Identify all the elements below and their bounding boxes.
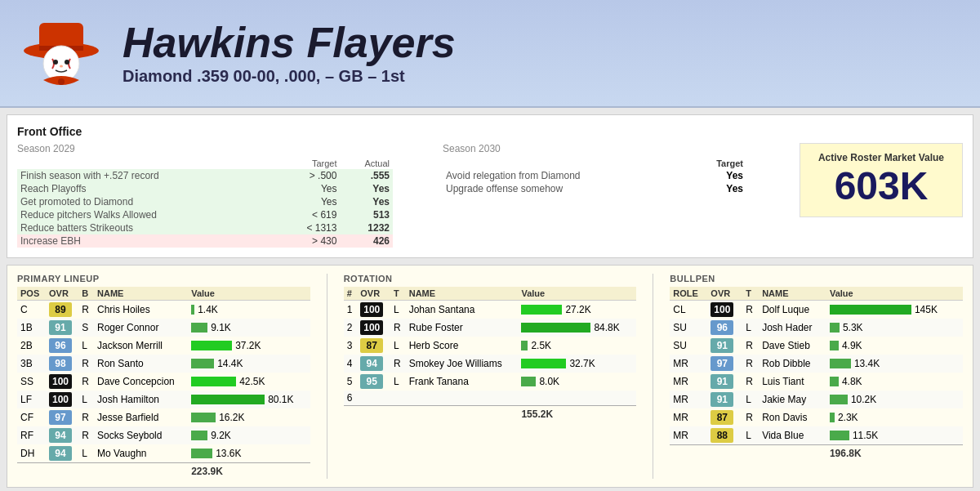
lineup-player-row: 2B 96 L Jackson Merrill 37.2K: [17, 337, 310, 355]
reliever-ovr: 100: [707, 301, 742, 319]
pitcher-ovr: [357, 391, 390, 406]
player-ovr: 100: [46, 373, 78, 391]
bullpen-reliever-row: CL 100 R Dolf Luque 145K: [670, 301, 963, 319]
svg-point-6: [65, 60, 69, 65]
goals-2030-table: Target Avoid relegation from Diamond Yes…: [443, 158, 750, 195]
lineup-player-row: RF 94 R Socks Seybold 9.2K: [17, 426, 310, 444]
col-b: B: [78, 287, 94, 301]
player-pos: CF: [17, 408, 46, 426]
pitcher-name: Frank Tanana: [406, 373, 519, 391]
col-num: #: [344, 287, 358, 301]
reliever-value: 4.9K: [826, 337, 963, 355]
pitcher-value: [518, 391, 636, 406]
player-value: 1.4K: [188, 301, 310, 319]
fo-2029: Season 2029 Target Actual Finish season …: [17, 143, 393, 248]
reliever-role: MR: [670, 408, 707, 426]
reliever-ovr: 91: [707, 337, 742, 355]
reliever-ovr: 88: [707, 426, 742, 445]
player-b: L: [78, 391, 94, 408]
reliever-role: SU: [670, 319, 707, 337]
bullpen-reliever-row: SU 96 L Josh Hader 5.3K: [670, 319, 963, 337]
player-pos: SS: [17, 373, 46, 391]
player-value: 42.5K: [188, 373, 310, 391]
player-pos: DH: [17, 444, 46, 463]
player-pos: LF: [17, 391, 46, 408]
player-b: R: [78, 373, 94, 391]
reliever-t: R: [742, 301, 759, 319]
rotation-total-label: [344, 406, 519, 422]
lineup-total-row: 223.9K: [17, 463, 310, 480]
player-name: Mo Vaughn: [94, 444, 188, 463]
player-b: S: [78, 319, 94, 337]
col-name: NAME: [94, 287, 188, 301]
lineup-table: POS OVR B NAME Value C 89 R Chris Hoiles…: [17, 287, 310, 479]
goal-row: Reduce pitchers Walks Allowed < 619 513: [17, 208, 393, 221]
pitcher-num: 1: [344, 301, 358, 319]
lineup-header-row: POS OVR B NAME Value: [17, 287, 310, 301]
value-bar: [191, 359, 214, 368]
reliever-t: R: [742, 337, 759, 355]
value-bar: [830, 359, 851, 368]
reliever-ovr: 96: [707, 319, 742, 337]
reliever-name: Rob Dibble: [759, 355, 826, 373]
fo-title: Front Office: [17, 125, 963, 138]
player-name: Josh Hamilton: [94, 391, 188, 408]
col-ovr: OVR: [46, 287, 78, 301]
col-ovr: OVR: [707, 287, 742, 301]
value-bar: [191, 413, 216, 422]
svg-point-5: [53, 60, 58, 65]
value-bar: [521, 323, 590, 333]
pitcher-t: L: [390, 337, 406, 355]
reliever-t: L: [742, 426, 759, 445]
col-t: T: [742, 287, 759, 301]
player-ovr: 94: [46, 444, 78, 463]
value-bar: [521, 341, 528, 350]
player-name: Jesse Barfield: [94, 408, 188, 426]
pitcher-ovr: 100: [357, 301, 390, 319]
bullpen-reliever-row: SU 91 R Dave Stieb 4.9K: [670, 337, 963, 355]
pitcher-num: 2: [344, 319, 358, 337]
player-b: R: [78, 355, 94, 373]
player-name: Roger Connor: [94, 319, 188, 337]
reliever-value: 13.4K: [826, 355, 963, 373]
reliever-name: Luis Tiant: [759, 373, 826, 391]
player-pos: 1B: [17, 319, 46, 337]
player-ovr: 96: [46, 337, 78, 355]
reliever-t: R: [742, 355, 759, 373]
pitcher-name: [406, 391, 519, 406]
value-bar: [830, 305, 911, 315]
value-bar: [830, 341, 839, 350]
reliever-ovr: 87: [707, 408, 742, 426]
pitcher-name: Johan Santana: [406, 301, 519, 319]
lineup-total-label: [17, 463, 188, 480]
lineup-player-row: CF 97 R Jesse Barfield 16.2K: [17, 408, 310, 426]
lineup-player-row: C 89 R Chris Hoiles 1.4K: [17, 301, 310, 319]
bullpen-panel: BULLPEN ROLE OVR T NAME Value CL 100 R D…: [670, 274, 963, 479]
rotation-total-value: 155.2K: [518, 406, 636, 422]
team-name: Hawkins Flayers: [122, 21, 456, 64]
lineup-title: PRIMARY LINEUP: [17, 274, 310, 283]
value-bar: [830, 323, 840, 333]
value-bar: [830, 395, 848, 404]
reliever-name: Vida Blue: [759, 426, 826, 445]
goal-row: Get promoted to Diamond Yes Yes: [17, 195, 393, 208]
lineup-player-row: 3B 98 R Ron Santo 14.4K: [17, 355, 310, 373]
player-b: R: [78, 301, 94, 319]
player-ovr: 98: [46, 355, 78, 373]
col-role: ROLE: [670, 287, 707, 301]
reliever-role: MR: [670, 373, 707, 391]
season-2030-label: Season 2030: [443, 143, 750, 154]
bottom-section: PRIMARY LINEUP POS OVR B NAME Value C 89…: [7, 265, 973, 488]
bullpen-reliever-row: MR 87 R Ron Davis 2.3K: [670, 408, 963, 426]
player-pos: C: [17, 301, 46, 319]
reliever-value: 5.3K: [826, 319, 963, 337]
team-logo: [16, 8, 106, 98]
lineup-player-row: DH 94 L Mo Vaughn 13.6K: [17, 444, 310, 463]
value-bar: [521, 305, 562, 315]
fo-2030: Season 2030 Target Avoid relegation from…: [443, 143, 750, 195]
reliever-role: CL: [670, 301, 707, 319]
reliever-value: 2.3K: [826, 408, 963, 426]
bullpen-total-row: 196.8K: [670, 445, 963, 462]
svg-point-7: [60, 65, 63, 68]
pitcher-t: L: [390, 373, 406, 391]
